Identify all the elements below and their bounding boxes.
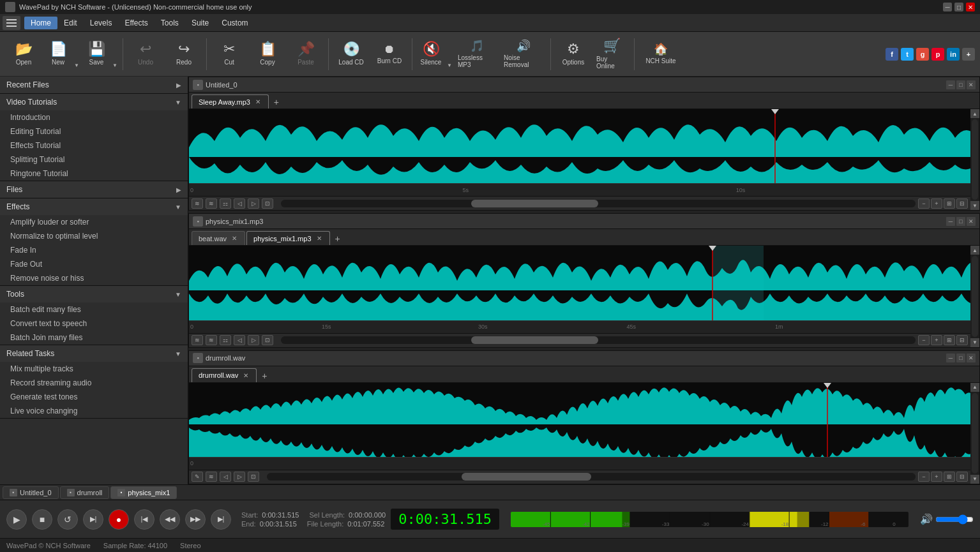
menu-custom[interactable]: Custom xyxy=(215,17,254,29)
sidebar-item-introduction[interactable]: Introduction xyxy=(0,110,188,124)
wf-btn-p2[interactable]: ≋ xyxy=(206,335,217,345)
v-scroll-up[interactable]: ▲ xyxy=(970,109,979,118)
burn-cd-button[interactable]: ⏺ Burn CD xyxy=(371,35,408,73)
wf-scrollbar-drumroll[interactable] xyxy=(267,473,916,481)
save-button[interactable]: 💾 Save xyxy=(82,35,111,73)
sidebar-item-fade-out[interactable]: Fade Out xyxy=(0,257,188,271)
zoom-fit-physics[interactable]: ⊞ xyxy=(944,335,955,345)
sidebar-item-amplify[interactable]: Amplify louder or softer xyxy=(0,215,188,229)
panel-close-untitled-0[interactable]: ✕ xyxy=(967,80,976,89)
v-scroll-track-physics[interactable] xyxy=(972,256,978,336)
tab-close-sleep-away[interactable]: ✕ xyxy=(254,98,262,106)
waveform-container-untitled-0[interactable]: 0 5s 10s xyxy=(189,109,970,196)
nch-suite-button[interactable]: 🏠 NCH Suite xyxy=(638,35,683,73)
sidebar-header-effects[interactable]: Effects ▼ xyxy=(0,198,188,215)
v-scroll-track-drumroll[interactable] xyxy=(972,393,978,474)
transport-stop-button[interactable]: ■ xyxy=(32,509,52,530)
menu-home[interactable]: Home xyxy=(24,17,57,29)
v-scroll-track[interactable] xyxy=(972,119,978,200)
sidebar-item-ringtone-tutorial[interactable]: Ringtone Tutorial xyxy=(0,167,188,181)
transport-loop-button[interactable]: ↺ xyxy=(57,509,78,530)
transport-fast-forward-button[interactable]: ▶▶ xyxy=(185,509,206,530)
v-scroll-down-physics[interactable]: ▼ xyxy=(970,338,979,347)
sidebar-item-splitting-tutorial[interactable]: Splitting Tutorial xyxy=(0,153,188,167)
wf-btn-3[interactable]: ⚏ xyxy=(220,198,231,209)
sidebar-item-batch-edit[interactable]: Batch edit many files xyxy=(0,302,188,317)
copy-button[interactable]: 📋 Copy xyxy=(249,35,286,73)
waveform-container-physics[interactable]: 0 15s 30s 45s 1m xyxy=(189,246,970,332)
waveform-container-drumroll[interactable]: 0 xyxy=(189,383,970,470)
wf-btn-p3[interactable]: ⚏ xyxy=(220,335,231,345)
sidebar-header-recent-files[interactable]: Recent Files ▶ xyxy=(0,77,188,93)
transport-play-button[interactable]: ▶ xyxy=(6,509,27,530)
save-arrow[interactable]: ▼ xyxy=(111,35,119,73)
zoom-out-drumroll[interactable]: − xyxy=(918,472,930,482)
paste-button[interactable]: 📌 Paste xyxy=(287,35,324,73)
panel-min-physics[interactable]: ─ xyxy=(946,217,955,226)
transport-skip-end-button[interactable]: ▶| xyxy=(211,509,231,530)
tab-drumroll-wav[interactable]: drumroll.wav ✕ xyxy=(192,368,257,382)
wf-btn-d5[interactable]: ⊡ xyxy=(248,472,259,482)
wf-btn-1[interactable]: ≋ xyxy=(192,198,203,209)
undo-button[interactable]: ↩ Undo xyxy=(127,35,164,73)
tab-close-beat[interactable]: ✕ xyxy=(230,235,238,242)
buy-online-button[interactable]: 🛒 Buy Online xyxy=(593,35,630,73)
zoom-in-btn[interactable]: + xyxy=(931,198,942,209)
zoom-out-btn[interactable]: − xyxy=(918,198,930,209)
wf-btn-p4[interactable]: ◁ xyxy=(234,335,245,345)
sidebar-item-test-tones[interactable]: Generate test tones xyxy=(0,390,188,404)
transport-skip-start-button[interactable]: |◀ xyxy=(134,509,155,530)
wf-scrollbar-untitled-0[interactable] xyxy=(281,200,916,207)
load-cd-button[interactable]: 💿 Load CD xyxy=(333,35,370,73)
tab-sleep-away[interactable]: Sleep Away.mp3 ✕ xyxy=(192,94,269,108)
menu-effects[interactable]: Effects xyxy=(118,17,154,29)
transport-play-end-button[interactable]: ▶| xyxy=(83,509,103,530)
pinterest-icon[interactable]: p xyxy=(931,48,944,61)
tab-add-drumroll[interactable]: + xyxy=(258,369,271,382)
tab-add-physics[interactable]: + xyxy=(331,232,344,245)
more-social-icon[interactable]: + xyxy=(962,48,975,61)
sidebar-item-normalize[interactable]: Normalize to optimal level xyxy=(0,229,188,243)
transport-record-button[interactable]: ● xyxy=(109,509,129,530)
sidebar-item-live-voice[interactable]: Live voice changing xyxy=(0,404,188,418)
sidebar-item-batch-join[interactable]: Batch Join many files xyxy=(0,331,188,345)
sidebar-header-tools[interactable]: Tools ▼ xyxy=(0,286,188,302)
tab-add-untitled-0[interactable]: + xyxy=(270,96,283,108)
maximize-button[interactable]: □ xyxy=(954,3,963,11)
wf-btn-4[interactable]: ◁ xyxy=(234,198,245,209)
redo-button[interactable]: ↪ Redo xyxy=(165,35,202,73)
zoom-reset-physics[interactable]: ⊟ xyxy=(956,335,968,345)
bottom-tab-physics-mix1[interactable]: ▪ physics_mix1 xyxy=(110,486,177,499)
silence-arrow[interactable]: ▼ xyxy=(446,35,453,73)
sidebar-header-files[interactable]: Files ▶ xyxy=(0,181,188,198)
menu-edit[interactable]: Edit xyxy=(57,17,84,29)
sidebar-item-editing-tutorial[interactable]: Editing Tutorial xyxy=(0,124,188,138)
panel-max-physics[interactable]: □ xyxy=(956,217,965,226)
wf-btn-p5[interactable]: ▷ xyxy=(248,335,259,345)
wf-btn-2[interactable]: ≋ xyxy=(206,198,217,209)
tab-close-physics[interactable]: ✕ xyxy=(315,235,323,242)
noise-removal-button[interactable]: 🔊 Noise Removal xyxy=(501,35,547,73)
transport-rewind-button[interactable]: ◀◀ xyxy=(160,509,180,530)
sidebar-item-fade-in[interactable]: Fade In xyxy=(0,243,188,257)
zoom-fit-drumroll[interactable]: ⊞ xyxy=(944,472,955,482)
zoom-in-physics[interactable]: + xyxy=(931,335,942,345)
options-button[interactable]: ⚙ Options xyxy=(555,35,592,73)
menu-tools[interactable]: Tools xyxy=(155,17,185,29)
twitter-icon[interactable]: t xyxy=(901,48,914,61)
panel-close-drumroll[interactable]: ✕ xyxy=(967,354,976,362)
sidebar-item-record-streaming[interactable]: Record streaming audio xyxy=(0,376,188,390)
sidebar-header-related-tasks[interactable]: Related Tasks ▼ xyxy=(0,345,188,362)
wf-btn-d1[interactable]: ✎ xyxy=(192,472,203,482)
wf-btn-p6[interactable]: ⊡ xyxy=(262,335,273,345)
v-scroll-up-drumroll[interactable]: ▲ xyxy=(970,383,979,392)
wf-scrollbar-physics[interactable] xyxy=(281,336,916,344)
cut-button[interactable]: ✂ Cut xyxy=(211,35,248,73)
menu-suite[interactable]: Suite xyxy=(185,17,215,29)
sidebar-item-effects-tutorial[interactable]: Effects Tutorial xyxy=(0,138,188,153)
menu-levels[interactable]: Levels xyxy=(84,17,119,29)
silence-button[interactable]: 🔇 Silence xyxy=(416,35,446,73)
zoom-in-drumroll[interactable]: + xyxy=(931,472,942,482)
hamburger-menu[interactable] xyxy=(3,16,20,30)
open-button[interactable]: 📂 Open xyxy=(5,35,42,73)
